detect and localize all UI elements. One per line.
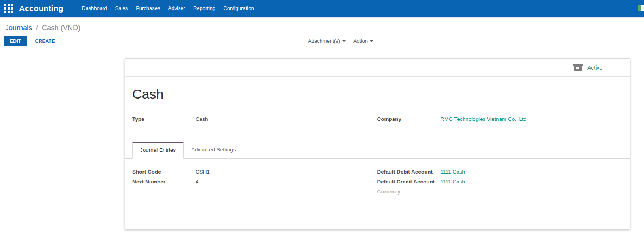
- notebook-tabs: Journal Entries Advanced Settings: [125, 142, 630, 159]
- field-row-short-code: Short Code CSH1: [132, 169, 377, 175]
- field-row-next-number: Next Number 4: [132, 179, 377, 185]
- sheet-body: Cash Type Cash Company RMG Technologies …: [125, 77, 630, 229]
- breadcrumb: Journals / Cash (VND): [5, 23, 644, 32]
- menu-item-purchases[interactable]: Purchases: [132, 0, 164, 17]
- top-field-group: Type Cash Company RMG Technologies Vietn…: [132, 116, 622, 126]
- form-sheet: Active Cash Type Cash Company: [125, 58, 630, 229]
- statusbar: Active: [125, 59, 630, 77]
- breadcrumb-separator: /: [36, 24, 38, 32]
- main-menu: Dashboard Sales Purchases Adviser Report…: [78, 0, 258, 17]
- attachments-dropdown-label: Attachment(s): [308, 36, 340, 46]
- control-panel-buttons: EDIT CREATE Attachment(s) Action: [4, 36, 644, 46]
- tab-advanced-settings[interactable]: Advanced Settings: [184, 142, 243, 159]
- tab-field-group: Short Code CSH1 Next Number 4 Default De…: [132, 169, 622, 199]
- currency-label: Currency: [377, 189, 441, 195]
- field-row-type: Type Cash: [132, 116, 377, 122]
- archive-icon: [573, 64, 583, 71]
- attachments-dropdown[interactable]: Attachment(s): [308, 36, 346, 46]
- field-row-currency: Currency: [377, 189, 622, 195]
- menu-item-configuration[interactable]: Configuration: [219, 0, 258, 17]
- type-value: Cash: [196, 116, 208, 122]
- systray-indicator[interactable]: [638, 5, 641, 11]
- app-brand[interactable]: Accounting: [19, 4, 63, 13]
- menu-item-adviser[interactable]: Adviser: [164, 0, 189, 17]
- menu-item-reporting[interactable]: Reporting: [189, 0, 219, 17]
- action-dropdown-label: Action: [353, 36, 368, 46]
- edit-button[interactable]: EDIT: [4, 36, 27, 46]
- breadcrumb-journals-link[interactable]: Journals: [5, 24, 32, 32]
- field-row-default-credit-account: Default Credit Account 1111 Cash: [377, 179, 622, 185]
- systray-truncated-item: [641, 5, 644, 11]
- short-code-value: CSH1: [196, 169, 210, 175]
- active-toggle-button[interactable]: Active: [567, 59, 630, 76]
- tab-content-journal-entries: Short Code CSH1 Next Number 4 Default De…: [125, 159, 630, 229]
- form-view: Active Cash Type Cash Company: [0, 53, 644, 229]
- default-debit-account-link[interactable]: 1111 Cash: [441, 169, 465, 175]
- journal-name-title: Cash: [132, 86, 622, 102]
- sidebar-dropdowns: Attachment(s) Action: [308, 36, 373, 46]
- field-row-default-debit-account: Default Debit Account 1111 Cash: [377, 169, 622, 175]
- caret-down-icon: [342, 40, 346, 42]
- menu-item-dashboard[interactable]: Dashboard: [78, 0, 111, 17]
- menu-item-sales[interactable]: Sales: [111, 0, 132, 17]
- default-credit-account-label: Default Credit Account: [377, 179, 441, 185]
- company-link[interactable]: RMG Technologies Vietnam Co., Ltd: [441, 116, 527, 122]
- active-button-label: Active: [587, 65, 602, 71]
- top-navbar: Accounting Dashboard Sales Purchases Adv…: [0, 0, 644, 17]
- action-dropdown[interactable]: Action: [353, 36, 373, 46]
- type-label: Type: [132, 116, 196, 122]
- apps-grid-icon[interactable]: [4, 4, 13, 13]
- create-button[interactable]: CREATE: [33, 38, 57, 44]
- company-label: Company: [377, 116, 441, 122]
- next-number-label: Next Number: [132, 179, 196, 185]
- short-code-label: Short Code: [132, 169, 196, 175]
- next-number-value: 4: [196, 179, 199, 185]
- breadcrumb-current: Cash (VND): [42, 24, 80, 32]
- caret-down-icon: [370, 40, 373, 42]
- default-debit-account-label: Default Debit Account: [377, 169, 441, 175]
- tab-journal-entries[interactable]: Journal Entries: [132, 142, 184, 159]
- field-row-company: Company RMG Technologies Vietnam Co., Lt…: [377, 116, 622, 122]
- control-panel: Journals / Cash (VND) EDIT CREATE Attach…: [0, 18, 644, 53]
- default-credit-account-link[interactable]: 1111 Cash: [441, 179, 465, 185]
